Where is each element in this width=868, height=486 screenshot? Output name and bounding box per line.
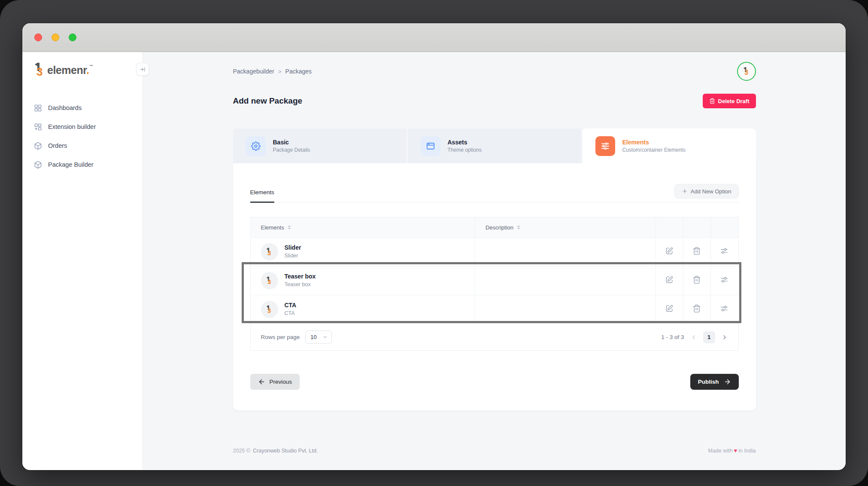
package-icon [34,142,42,150]
page-title: Add new Package [233,96,303,106]
main-area: Packagebuilder > Packages 3 Add new [143,52,846,470]
element-title: Slider [285,244,301,252]
trash-icon [709,98,715,104]
step-elements[interactable]: Elements Custom/container Elements [583,128,756,163]
breadcrumb: Packagebuilder > Packages [233,68,312,75]
publish-button[interactable]: Publish [690,374,739,390]
tab-elements[interactable]: Elements [250,189,274,203]
pagination-page-1[interactable]: 1 [703,331,715,343]
arrow-left-icon [258,378,265,385]
column-header-action [711,217,738,238]
footer: 2025 ©Crayonweb Studio Pvt. Ltd. Made wi… [233,447,756,454]
close-window-button[interactable] [34,34,42,41]
step-title: Elements [622,138,686,147]
sidebar-collapse-button[interactable] [136,63,149,76]
breadcrumb-packagebuilder[interactable]: Packagebuilder [233,68,275,75]
step-basic[interactable]: Basic Package Details [233,128,407,163]
sidebar-item-label: Extension builder [48,123,96,130]
zoom-window-button[interactable] [69,34,76,41]
column-header-description[interactable]: Description [475,217,656,238]
brand-logo-mark-icon: 3 [743,67,750,76]
chevron-right-icon[interactable] [721,334,728,341]
step-subtitle: Custom/container Elements [622,147,686,153]
column-header-action [683,217,711,238]
brand-logo-icon: 3 [33,62,46,78]
macos-titlebar [22,23,846,52]
sidebar-item-package-builder[interactable]: Package Builder [22,155,143,174]
brand-name: elemenr.™ [47,62,93,78]
grid-plus-icon [34,123,42,131]
previous-button[interactable]: Previous [250,374,300,390]
svg-text:3: 3 [267,249,271,256]
trash-icon[interactable] [692,247,702,256]
highlight-annotation-rectangle [242,262,741,323]
rows-per-page-label: Rows per page [261,334,300,340]
footer-copyright: 2025 ©Crayonweb Studio Pvt. Ltd. [233,448,318,454]
sort-icon [516,225,521,230]
sidebar-item-label: Dashboards [48,104,82,111]
brand-logo[interactable]: 3 elemenr.™ [33,62,143,79]
step-subtitle: Package Details [273,147,310,153]
column-header-action [656,217,683,238]
element-subtitle: Slider [285,252,301,260]
arrow-right-icon [724,378,731,385]
breadcrumb-separator: > [278,68,282,75]
plus-icon [682,188,688,194]
gear-icon [246,136,266,156]
chevron-down-icon [323,335,328,339]
sidebar-nav: Dashboards Extension builder [22,98,143,174]
adjustments-icon[interactable] [720,247,729,256]
sidebar-item-label: Orders [48,142,67,149]
step-subtitle: Theme options [448,147,482,153]
footer-made-with: Made with♥in India [708,447,756,454]
grid-icon [34,104,42,112]
chevron-left-icon[interactable] [690,334,697,341]
arrow-to-bar-icon [140,66,146,73]
sidebar: 3 elemenr.™ [22,52,143,470]
browser-icon [421,136,440,156]
app-window: 3 elemenr.™ [22,23,846,470]
element-logo-avatar: 3 [261,243,278,260]
delete-draft-button[interactable]: Delete Draft [703,94,756,108]
step-assets[interactable]: Assets Theme options [408,128,581,163]
edit-icon[interactable] [665,247,674,256]
sidebar-item-extension-builder[interactable]: Extension builder [22,117,143,136]
rows-per-page-select[interactable]: 10 [305,330,332,344]
sidebar-item-dashboards[interactable]: Dashboards [22,98,143,117]
user-avatar[interactable]: 3 [737,62,756,81]
column-header-elements[interactable]: Elements [250,217,475,238]
sort-icon [287,225,292,230]
heart-icon: ♥ [734,447,737,454]
step-title: Assets [448,138,482,147]
minimize-window-button[interactable] [52,34,59,41]
svg-text:3: 3 [36,65,42,78]
table-pagination: Rows per page 10 [261,330,728,344]
svg-text:3: 3 [744,69,748,76]
sliders-icon [595,136,615,156]
sidebar-item-label: Package Builder [48,161,94,168]
breadcrumb-packages[interactable]: Packages [285,68,312,75]
screenshot-background: 3 elemenr.™ [0,0,868,486]
step-title: Basic [273,138,310,147]
add-new-option-button[interactable]: Add New Option [674,184,739,199]
pagination-range-label: 1 - 3 of 3 [661,334,684,340]
wizard-steps: Basic Package Details Assets [233,128,756,163]
sidebar-item-orders[interactable]: Orders [22,136,143,155]
package-icon [34,161,42,169]
